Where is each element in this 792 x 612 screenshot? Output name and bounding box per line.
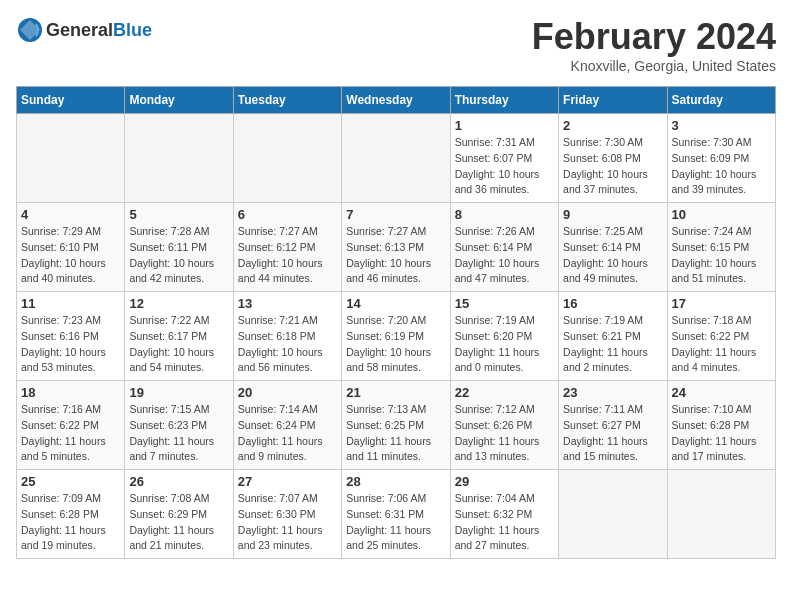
day-header-friday: Friday: [559, 87, 667, 114]
calendar-cell: 5Sunrise: 7:28 AMSunset: 6:11 PMDaylight…: [125, 203, 233, 292]
day-info: Sunrise: 7:27 AMSunset: 6:13 PMDaylight:…: [346, 224, 445, 287]
day-info: Sunrise: 7:20 AMSunset: 6:19 PMDaylight:…: [346, 313, 445, 376]
calendar-week-row: 4Sunrise: 7:29 AMSunset: 6:10 PMDaylight…: [17, 203, 776, 292]
day-number: 7: [346, 207, 445, 222]
day-info: Sunrise: 7:14 AMSunset: 6:24 PMDaylight:…: [238, 402, 337, 465]
day-info: Sunrise: 7:29 AMSunset: 6:10 PMDaylight:…: [21, 224, 120, 287]
day-number: 21: [346, 385, 445, 400]
day-info: Sunrise: 7:30 AMSunset: 6:08 PMDaylight:…: [563, 135, 662, 198]
day-number: 12: [129, 296, 228, 311]
calendar-cell: [559, 470, 667, 559]
day-info: Sunrise: 7:06 AMSunset: 6:31 PMDaylight:…: [346, 491, 445, 554]
calendar-week-row: 11Sunrise: 7:23 AMSunset: 6:16 PMDayligh…: [17, 292, 776, 381]
day-number: 20: [238, 385, 337, 400]
day-number: 16: [563, 296, 662, 311]
calendar-week-row: 1Sunrise: 7:31 AMSunset: 6:07 PMDaylight…: [17, 114, 776, 203]
day-number: 29: [455, 474, 554, 489]
day-info: Sunrise: 7:12 AMSunset: 6:26 PMDaylight:…: [455, 402, 554, 465]
day-info: Sunrise: 7:23 AMSunset: 6:16 PMDaylight:…: [21, 313, 120, 376]
logo-text-blue: Blue: [113, 20, 152, 40]
calendar-cell: 19Sunrise: 7:15 AMSunset: 6:23 PMDayligh…: [125, 381, 233, 470]
day-number: 25: [21, 474, 120, 489]
calendar-cell: [342, 114, 450, 203]
day-header-thursday: Thursday: [450, 87, 558, 114]
day-header-saturday: Saturday: [667, 87, 775, 114]
calendar-cell: 24Sunrise: 7:10 AMSunset: 6:28 PMDayligh…: [667, 381, 775, 470]
calendar-cell: 2Sunrise: 7:30 AMSunset: 6:08 PMDaylight…: [559, 114, 667, 203]
day-number: 17: [672, 296, 771, 311]
title-section: February 2024 Knoxville, Georgia, United…: [532, 16, 776, 74]
day-number: 6: [238, 207, 337, 222]
calendar-cell: 7Sunrise: 7:27 AMSunset: 6:13 PMDaylight…: [342, 203, 450, 292]
day-number: 26: [129, 474, 228, 489]
day-info: Sunrise: 7:13 AMSunset: 6:25 PMDaylight:…: [346, 402, 445, 465]
calendar-cell: [667, 470, 775, 559]
page-header: GeneralBlue February 2024 Knoxville, Geo…: [16, 16, 776, 74]
day-info: Sunrise: 7:26 AMSunset: 6:14 PMDaylight:…: [455, 224, 554, 287]
day-number: 22: [455, 385, 554, 400]
day-info: Sunrise: 7:08 AMSunset: 6:29 PMDaylight:…: [129, 491, 228, 554]
day-info: Sunrise: 7:30 AMSunset: 6:09 PMDaylight:…: [672, 135, 771, 198]
calendar-cell: 11Sunrise: 7:23 AMSunset: 6:16 PMDayligh…: [17, 292, 125, 381]
day-number: 19: [129, 385, 228, 400]
day-info: Sunrise: 7:18 AMSunset: 6:22 PMDaylight:…: [672, 313, 771, 376]
day-info: Sunrise: 7:10 AMSunset: 6:28 PMDaylight:…: [672, 402, 771, 465]
month-title: February 2024: [532, 16, 776, 58]
day-number: 3: [672, 118, 771, 133]
calendar-cell: 18Sunrise: 7:16 AMSunset: 6:22 PMDayligh…: [17, 381, 125, 470]
calendar-cell: [125, 114, 233, 203]
day-header-monday: Monday: [125, 87, 233, 114]
day-number: 9: [563, 207, 662, 222]
day-info: Sunrise: 7:25 AMSunset: 6:14 PMDaylight:…: [563, 224, 662, 287]
location-title: Knoxville, Georgia, United States: [532, 58, 776, 74]
calendar-cell: [233, 114, 341, 203]
calendar-cell: 21Sunrise: 7:13 AMSunset: 6:25 PMDayligh…: [342, 381, 450, 470]
calendar-cell: 16Sunrise: 7:19 AMSunset: 6:21 PMDayligh…: [559, 292, 667, 381]
calendar-table: SundayMondayTuesdayWednesdayThursdayFrid…: [16, 86, 776, 559]
day-info: Sunrise: 7:04 AMSunset: 6:32 PMDaylight:…: [455, 491, 554, 554]
calendar-cell: 12Sunrise: 7:22 AMSunset: 6:17 PMDayligh…: [125, 292, 233, 381]
day-number: 23: [563, 385, 662, 400]
calendar-cell: [17, 114, 125, 203]
day-info: Sunrise: 7:22 AMSunset: 6:17 PMDaylight:…: [129, 313, 228, 376]
day-info: Sunrise: 7:19 AMSunset: 6:21 PMDaylight:…: [563, 313, 662, 376]
day-header-sunday: Sunday: [17, 87, 125, 114]
calendar-cell: 27Sunrise: 7:07 AMSunset: 6:30 PMDayligh…: [233, 470, 341, 559]
day-number: 13: [238, 296, 337, 311]
day-info: Sunrise: 7:07 AMSunset: 6:30 PMDaylight:…: [238, 491, 337, 554]
day-number: 24: [672, 385, 771, 400]
calendar-cell: 25Sunrise: 7:09 AMSunset: 6:28 PMDayligh…: [17, 470, 125, 559]
calendar-cell: 26Sunrise: 7:08 AMSunset: 6:29 PMDayligh…: [125, 470, 233, 559]
calendar-cell: 20Sunrise: 7:14 AMSunset: 6:24 PMDayligh…: [233, 381, 341, 470]
calendar-cell: 17Sunrise: 7:18 AMSunset: 6:22 PMDayligh…: [667, 292, 775, 381]
calendar-cell: 28Sunrise: 7:06 AMSunset: 6:31 PMDayligh…: [342, 470, 450, 559]
day-number: 2: [563, 118, 662, 133]
calendar-cell: 29Sunrise: 7:04 AMSunset: 6:32 PMDayligh…: [450, 470, 558, 559]
day-info: Sunrise: 7:19 AMSunset: 6:20 PMDaylight:…: [455, 313, 554, 376]
calendar-cell: 9Sunrise: 7:25 AMSunset: 6:14 PMDaylight…: [559, 203, 667, 292]
logo-icon: [16, 16, 44, 44]
calendar-cell: 4Sunrise: 7:29 AMSunset: 6:10 PMDaylight…: [17, 203, 125, 292]
calendar-cell: 23Sunrise: 7:11 AMSunset: 6:27 PMDayligh…: [559, 381, 667, 470]
day-header-tuesday: Tuesday: [233, 87, 341, 114]
calendar-cell: 14Sunrise: 7:20 AMSunset: 6:19 PMDayligh…: [342, 292, 450, 381]
days-header-row: SundayMondayTuesdayWednesdayThursdayFrid…: [17, 87, 776, 114]
day-info: Sunrise: 7:24 AMSunset: 6:15 PMDaylight:…: [672, 224, 771, 287]
logo: GeneralBlue: [16, 16, 152, 44]
day-info: Sunrise: 7:27 AMSunset: 6:12 PMDaylight:…: [238, 224, 337, 287]
calendar-cell: 15Sunrise: 7:19 AMSunset: 6:20 PMDayligh…: [450, 292, 558, 381]
calendar-week-row: 18Sunrise: 7:16 AMSunset: 6:22 PMDayligh…: [17, 381, 776, 470]
calendar-week-row: 25Sunrise: 7:09 AMSunset: 6:28 PMDayligh…: [17, 470, 776, 559]
day-number: 15: [455, 296, 554, 311]
day-number: 1: [455, 118, 554, 133]
calendar-cell: 10Sunrise: 7:24 AMSunset: 6:15 PMDayligh…: [667, 203, 775, 292]
logo-text-general: General: [46, 20, 113, 40]
day-number: 18: [21, 385, 120, 400]
calendar-cell: 6Sunrise: 7:27 AMSunset: 6:12 PMDaylight…: [233, 203, 341, 292]
day-info: Sunrise: 7:11 AMSunset: 6:27 PMDaylight:…: [563, 402, 662, 465]
day-number: 28: [346, 474, 445, 489]
day-info: Sunrise: 7:15 AMSunset: 6:23 PMDaylight:…: [129, 402, 228, 465]
day-number: 4: [21, 207, 120, 222]
calendar-cell: 1Sunrise: 7:31 AMSunset: 6:07 PMDaylight…: [450, 114, 558, 203]
day-info: Sunrise: 7:31 AMSunset: 6:07 PMDaylight:…: [455, 135, 554, 198]
